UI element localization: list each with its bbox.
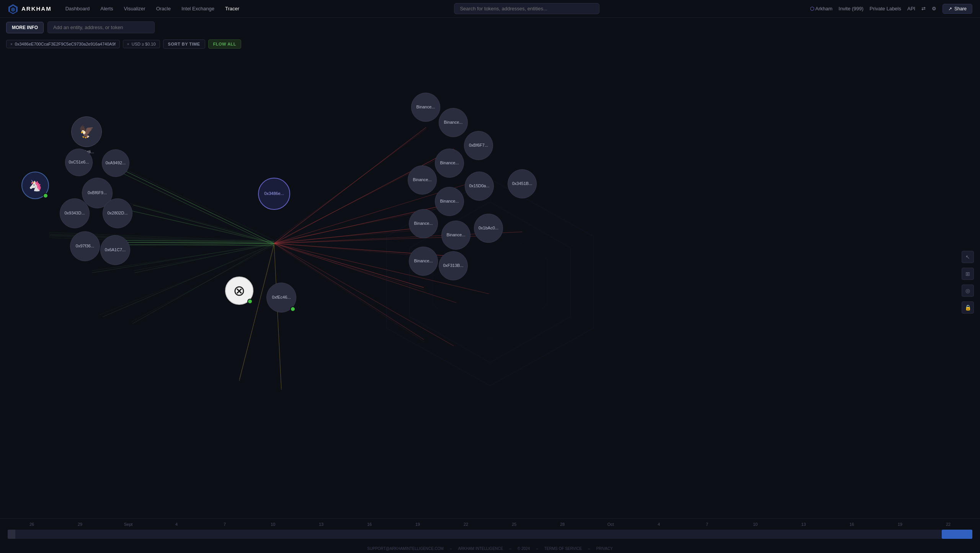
nav-search-area	[244, 3, 810, 14]
node-Binance4-text: Binance...	[412, 177, 433, 182]
nav-alerts[interactable]: Alerts	[96, 3, 118, 14]
node-Binance6[interactable]: Binance...	[409, 209, 438, 238]
address-tag-value: 0x3486eE700CcaF3E2F9C5eC9730a2e916a4740A…	[15, 42, 116, 46]
node-0x15D0a[interactable]: 0x15D0a...	[465, 172, 494, 201]
timeline-date-16: 13	[779, 522, 828, 527]
node-Binance8[interactable]: Binance...	[409, 247, 438, 276]
value-tag-value: USD ≥ $0.10	[132, 42, 156, 46]
nav-invite[interactable]: Invite (999)	[839, 6, 864, 11]
search-input[interactable]	[454, 3, 599, 14]
footer-support[interactable]: SUPPORT@ARKHAMINTELLIGENCE.COM	[367, 546, 443, 551]
svg-line-9	[103, 160, 274, 244]
logo[interactable]: ARKHAM	[8, 3, 52, 14]
nav-oracle[interactable]: Oracle	[152, 3, 175, 14]
footer-terms[interactable]: TERMS OF SERVICE	[544, 546, 582, 551]
node-Binance3[interactable]: Binance...	[435, 149, 464, 178]
zoom-icon[interactable]: ◎	[962, 285, 974, 297]
footer-year: © 2024	[518, 546, 530, 551]
nav-translate-icon[interactable]: ⇄	[921, 6, 926, 11]
svg-line-57	[274, 245, 281, 388]
node-0xA9492-text: 0xA9492...	[104, 160, 127, 165]
right-panel: ↖ ⊞ ◎ 🔒	[962, 251, 974, 314]
node-0xBf6F7[interactable]: 0xBf6F7...	[464, 131, 493, 160]
entity-input[interactable]	[47, 21, 155, 33]
node-Binance3-text: Binance...	[439, 160, 461, 165]
footer-separator-2: –	[509, 546, 511, 551]
timeline-date-3: 4	[152, 522, 201, 527]
timeline-date-18: 19	[876, 522, 924, 527]
footer-privacy[interactable]: PRIVACY	[596, 546, 612, 551]
node-0x9343D[interactable]: 0x9343D...	[60, 198, 90, 228]
timeline-date-1: 29	[56, 522, 104, 527]
svg-line-31	[134, 244, 274, 271]
node-0xfEc46[interactable]: 0xfEc46...	[266, 283, 296, 312]
svg-line-18	[135, 244, 274, 273]
center-node[interactable]: 0x3486e...	[258, 178, 290, 210]
node-Binance8-text: Binance...	[413, 259, 434, 263]
timeline-date-9: 22	[442, 522, 490, 527]
svg-line-27	[130, 203, 274, 242]
node-0xF313B[interactable]: 0xF313B...	[439, 251, 468, 280]
aviation-node[interactable]: 🦅 "Aviati...	[71, 116, 102, 147]
timeline-date-14: 7	[683, 522, 731, 527]
node-0xBf6F7-text: 0xBf6F7...	[467, 143, 490, 148]
timeline-scrubber[interactable]	[8, 530, 972, 539]
timeline-handle-left[interactable]	[8, 530, 15, 539]
svg-line-29	[113, 244, 274, 245]
navbar: ARKHAM Dashboard Alerts Visualizer Oracl…	[0, 0, 980, 18]
sort-by-time-button[interactable]: SORT BY TIME	[163, 39, 205, 49]
node-0x3451B[interactable]: 0x3451B...	[508, 169, 537, 198]
nav-right: ⬡ Arkham Invite (999) Private Labels API…	[810, 4, 972, 14]
flow-all-button[interactable]: FLOW ALL	[208, 39, 241, 49]
value-filter-tag[interactable]: × USD ≥ $0.10	[123, 40, 160, 48]
node-0x2802D-text: 0x2802D...	[106, 211, 129, 216]
node-Binance4[interactable]: Binance...	[408, 165, 437, 195]
node-0xC51e6[interactable]: 0xC51e6...	[65, 149, 93, 176]
node-0x6A1C7[interactable]: 0x6A1C7...	[100, 235, 130, 265]
node-0x97f36-text: 0x97f36...	[74, 244, 96, 249]
nav-intel-exchange[interactable]: Intel Exchange	[177, 3, 219, 14]
nav-private-labels[interactable]: Private Labels	[870, 6, 901, 11]
timeline-progress[interactable]	[942, 530, 972, 539]
node-0x97f36[interactable]: 0x97f36...	[70, 231, 100, 261]
svg-line-55	[274, 244, 281, 390]
more-info-button[interactable]: MORE INFO	[6, 22, 44, 33]
node-0x1bAc0[interactable]: 0x1bAc0...	[474, 214, 503, 243]
share-button[interactable]: ↗ Share	[942, 4, 972, 14]
node-Binance2-text: Binance...	[443, 120, 464, 125]
nav-api[interactable]: API	[907, 6, 915, 11]
lock-icon[interactable]: 🔒	[962, 301, 974, 314]
timeline-date-19: 22	[924, 522, 972, 527]
footer-separator-4: –	[588, 546, 590, 551]
node-Binance5[interactable]: Binance...	[435, 187, 464, 216]
address-tag-close[interactable]: ×	[10, 42, 13, 46]
zoom-fit-icon[interactable]: ⊞	[962, 268, 974, 280]
nav-settings[interactable]: ⚙	[932, 6, 936, 11]
timeline-date-12: Oct	[586, 522, 635, 527]
nav-arkham[interactable]: ⬡ Arkham	[810, 6, 833, 11]
nav-dashboard[interactable]: Dashboard	[61, 3, 95, 14]
svg-line-20	[132, 244, 274, 324]
node-0x2802D[interactable]: 0x2802D...	[103, 198, 132, 228]
node-0xBf6F9-left-text: 0xBf6F9...	[86, 190, 108, 195]
timeline-date-17: 16	[828, 522, 876, 527]
value-tag-close[interactable]: ×	[127, 42, 129, 46]
cursor-icon[interactable]: ↖	[962, 251, 974, 263]
node-Binance1[interactable]: Binance...	[411, 93, 440, 122]
unicorn-node[interactable]: 🦄	[21, 172, 49, 199]
svg-line-33	[132, 245, 274, 322]
timeline-date-11: 28	[538, 522, 586, 527]
nav-visualizer[interactable]: Visualizer	[119, 3, 150, 14]
crosshair-node[interactable]: ⊗	[225, 276, 253, 305]
background-watermark	[375, 167, 605, 397]
timeline-date-4: 7	[201, 522, 249, 527]
nav-tracer[interactable]: Tracer	[220, 3, 244, 14]
address-filter-tag[interactable]: × 0x3486eE700CcaF3E2F9C5eC9730a2e916a474…	[6, 40, 120, 48]
timeline-date-5: 10	[249, 522, 297, 527]
node-0xA9492[interactable]: 0xA9492...	[102, 149, 129, 177]
node-Binance2[interactable]: Binance...	[439, 108, 468, 137]
footer: SUPPORT@ARKHAMINTELLIGENCE.COM – ARKHAM …	[0, 544, 980, 553]
svg-line-13	[115, 242, 274, 244]
node-Binance7[interactable]: Binance...	[441, 221, 470, 250]
timeline-date-13: 4	[635, 522, 683, 527]
